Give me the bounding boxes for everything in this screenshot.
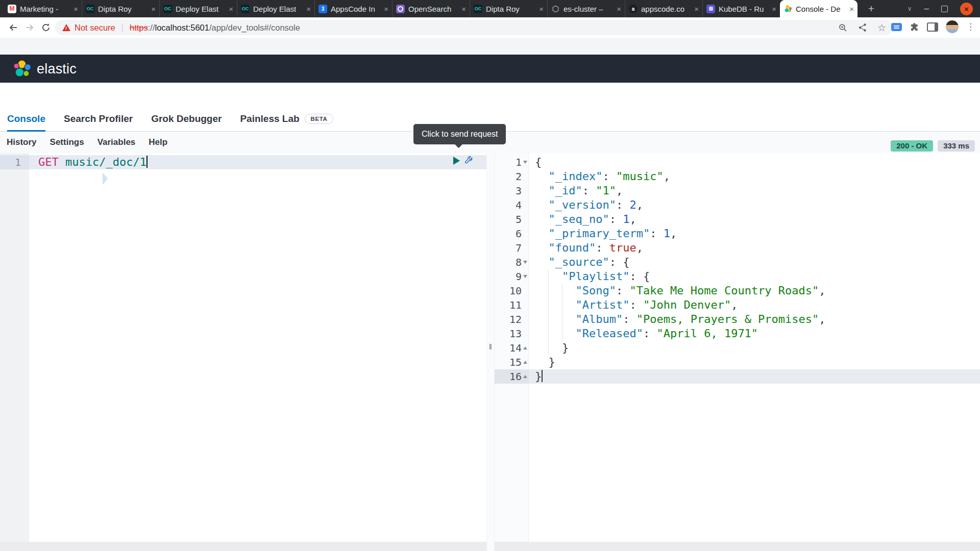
response-code-line[interactable]: "Album": "Poems, Prayers & Promises",: [535, 312, 826, 327]
response-h-scrollbar[interactable]: [495, 542, 980, 551]
tab-close-icon[interactable]: ×: [306, 5, 311, 13]
tab-search-chevron-icon[interactable]: ∨: [908, 5, 912, 12]
wrench-settings-icon[interactable]: [464, 156, 474, 165]
browser-profile-avatar[interactable]: [946, 20, 959, 33]
browser-tab[interactable]: KubeDB - Ru×: [702, 0, 780, 17]
response-code-line[interactable]: "Artist": "John Denver",: [535, 298, 738, 312]
response-code-line[interactable]: "_source": {: [535, 255, 629, 269]
code-token: ,: [629, 213, 636, 226]
browser-tab[interactable]: aappscode.co×: [625, 0, 702, 17]
response-code-line[interactable]: "_version": 2,: [535, 198, 643, 212]
zoom-icon[interactable]: [838, 23, 848, 33]
tab-search-profiler[interactable]: Search Profiler: [64, 108, 133, 132]
elastic-logo[interactable]: [13, 60, 32, 78]
request-h-scrollbar[interactable]: [0, 542, 486, 551]
window-minimize-button[interactable]: –: [924, 6, 929, 11]
fold-open-icon[interactable]: [523, 261, 527, 264]
response-code-line[interactable]: {: [535, 155, 542, 169]
forward-button[interactable]: [23, 21, 36, 34]
response-code-line[interactable]: "Playlist": {: [535, 269, 650, 284]
response-code-line[interactable]: }: [535, 355, 555, 369]
oc-favicon: OC: [86, 5, 94, 13]
tab-close-icon[interactable]: ×: [539, 5, 544, 13]
response-line: 15 }: [495, 355, 980, 369]
code-token: ,: [731, 298, 738, 311]
tab-close-icon[interactable]: ×: [151, 5, 156, 13]
browser-tab[interactable]: OpenSearch×: [392, 0, 470, 17]
browser-menu-icon[interactable]: ⋮: [966, 21, 975, 32]
browser-tab[interactable]: MMarketing - ×: [4, 0, 82, 17]
fold-marker: [522, 184, 529, 198]
window-close-button[interactable]: ×: [960, 3, 973, 15]
tab-console[interactable]: Console: [7, 108, 45, 132]
browser-tab[interactable]: OCDeploy Elast×: [237, 0, 314, 17]
share-icon[interactable]: [858, 23, 867, 32]
fold-close-icon[interactable]: [523, 375, 527, 378]
request-editor-pane[interactable]: 1 GET music/_doc/1: [0, 153, 486, 551]
code-token: ,: [664, 170, 670, 183]
browser-tab[interactable]: OCDipta Roy×: [82, 0, 159, 17]
elastic-wordmark[interactable]: elastic: [37, 61, 77, 77]
opensearch-favicon: [396, 5, 405, 13]
code-token: "_version": [549, 198, 616, 211]
tab-close-icon[interactable]: ×: [229, 5, 233, 13]
send-request-play-icon[interactable]: [453, 157, 460, 165]
code-token: "_index": [549, 170, 603, 183]
back-button[interactable]: [7, 21, 19, 34]
side-panel-icon[interactable]: [927, 22, 938, 32]
response-code-line[interactable]: "_id": "1",: [535, 184, 623, 198]
address-bar[interactable]: ! Not secure | https :// localhost:5601 …: [55, 20, 893, 35]
window-maximize-button[interactable]: [941, 6, 948, 12]
fold-close-icon[interactable]: [523, 361, 527, 364]
fold-marker: [522, 284, 529, 298]
browser-tab[interactable]: 3AppsCode In×: [314, 0, 392, 17]
response-code-line[interactable]: "_primary_term": 1,: [535, 227, 677, 241]
code-token: }: [535, 370, 542, 383]
extension-pinned-icon[interactable]: [891, 23, 902, 31]
pane-resize-divider[interactable]: ‖: [486, 153, 495, 551]
fold-open-icon[interactable]: [523, 275, 527, 278]
tab-close-icon[interactable]: ×: [694, 5, 699, 13]
response-code-line[interactable]: "found": true,: [535, 241, 643, 255]
tab-close-icon[interactable]: ×: [772, 5, 776, 13]
menu-item-help[interactable]: Help: [149, 137, 167, 147]
bookmark-star-icon[interactable]: ☆: [877, 23, 886, 33]
menu-item-variables[interactable]: Variables: [97, 137, 136, 147]
browser-tab[interactable]: OCDeploy Elast×: [159, 0, 237, 17]
not-secure-label[interactable]: Not secure: [75, 23, 115, 33]
tab-close-icon[interactable]: ×: [384, 5, 388, 13]
browser-tab[interactable]: es-cluster –×: [547, 0, 625, 17]
appscode-favicon: a: [629, 5, 638, 13]
response-code-line[interactable]: "Song": "Take Me Home Country Roads",: [535, 284, 826, 298]
request-line[interactable]: 1 GET music/_doc/1: [0, 155, 486, 169]
beta-badge: BETA: [305, 114, 334, 124]
response-viewer-pane[interactable]: 1{2 "_index": "music",3 "_id": "1",4 "_v…: [495, 153, 980, 551]
reload-button[interactable]: [40, 21, 52, 34]
response-code-line[interactable]: "_index": "music",: [535, 169, 670, 184]
response-code-line[interactable]: }: [535, 369, 543, 384]
tab-grok-debugger[interactable]: Grok Debugger: [151, 108, 222, 132]
tab-close-icon[interactable]: ×: [461, 5, 466, 13]
code-token: :: [596, 241, 609, 254]
new-tab-button[interactable]: +: [865, 2, 878, 15]
tab-painless-lab[interactable]: Painless LabBETA: [240, 108, 333, 132]
resize-handle[interactable]: ‖: [487, 343, 494, 351]
tab-close-icon[interactable]: ×: [849, 5, 854, 13]
response-code-line[interactable]: "_seq_no": 1,: [535, 212, 636, 227]
browser-tab[interactable]: OCDipta Roy×: [470, 0, 547, 17]
response-code-line[interactable]: "Released": "April 6, 1971": [535, 327, 758, 341]
menu-item-history[interactable]: History: [7, 137, 37, 147]
response-code-line[interactable]: }: [535, 341, 569, 355]
tab-close-icon[interactable]: ×: [74, 5, 78, 13]
menu-item-settings[interactable]: Settings: [50, 137, 84, 147]
extensions-puzzle-icon[interactable]: [910, 22, 919, 32]
fold-open-icon[interactable]: [523, 161, 527, 164]
tab-close-icon[interactable]: ×: [617, 5, 621, 13]
response-status: 200 - OK 333 ms: [891, 140, 975, 152]
code-token: :: [582, 184, 596, 197]
response-line: 10 "Song": "Take Me Home Country Roads",: [495, 284, 980, 298]
line-number: 7: [495, 241, 522, 255]
fold-close-icon[interactable]: [523, 346, 527, 349]
browser-tab[interactable]: Console - De×: [780, 0, 857, 17]
request-code-line[interactable]: GET music/_doc/1: [38, 155, 148, 169]
